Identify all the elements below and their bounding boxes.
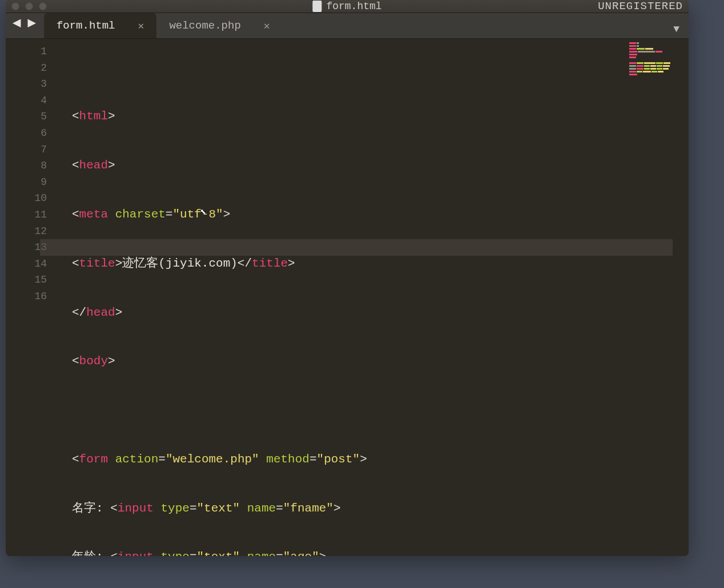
editor-area[interactable]: 1 2 3 4 5 6 7 8 9 10 11 12 13 14 15 16 <… (6, 39, 689, 556)
code-line: <body> (72, 353, 689, 370)
unregistered-label: UNREGISTERED (598, 0, 683, 13)
tab-label: form.html (57, 19, 115, 32)
code-line: <form action="welcome.php" method="post"… (72, 452, 689, 468)
tab-overflow-icon[interactable]: ▼ (673, 23, 679, 35)
code-line: <meta charset="utf-8"> (72, 207, 689, 223)
tab-bar: ◀ ▶ form.html ✕ welcome.php ✕ ▼ (6, 13, 689, 39)
tab-form-html[interactable]: form.html ✕ (44, 13, 156, 38)
line-number: 3 (6, 76, 47, 92)
code-line: </head> (72, 305, 689, 321)
line-number: 9 (6, 174, 47, 191)
line-number: 16 (6, 288, 47, 305)
nav-forward-icon[interactable]: ▶ (25, 14, 38, 33)
line-number: 1 (6, 43, 47, 60)
window-title-text: form.html (326, 1, 381, 12)
editor-window: form.html UNREGISTERED ◀ ▶ form.html ✕ w… (6, 0, 689, 556)
nav-back-icon[interactable]: ◀ (10, 14, 23, 33)
line-number: 6 (6, 125, 47, 142)
line-number: 8 (6, 158, 47, 174)
document-icon (312, 1, 321, 12)
code-line: 名字: <input type="text" name="fname"> (72, 501, 689, 517)
mouse-cursor-icon: ⬉ (200, 204, 206, 221)
line-number: 14 (6, 256, 47, 272)
zoom-window-button[interactable] (39, 2, 47, 10)
nav-arrows: ◀ ▶ (10, 14, 38, 33)
close-window-button[interactable] (11, 2, 19, 10)
line-number: 10 (6, 190, 47, 207)
window-title: form.html (312, 1, 381, 12)
title-bar: form.html UNREGISTERED (6, 0, 689, 13)
tab-label: welcome.php (169, 19, 240, 32)
tab-welcome-php[interactable]: welcome.php ✕ (156, 13, 282, 38)
code-line (72, 402, 689, 419)
line-number: 4 (6, 92, 47, 109)
code-line: 年龄: <input type="text" name="age"> (72, 549, 689, 556)
line-number: 15 (6, 272, 47, 288)
line-number: 2 (6, 60, 47, 76)
traffic-lights (11, 2, 47, 10)
line-number: 11 (6, 207, 47, 223)
minimize-window-button[interactable] (25, 2, 33, 10)
code-line: <html> (72, 108, 689, 125)
line-number-gutter: 1 2 3 4 5 6 7 8 9 10 11 12 13 14 15 16 (6, 39, 56, 556)
code-content[interactable]: <html> <head> <meta charset="utf-8"> <ti… (56, 39, 689, 556)
code-line: <title>迹忆客(jiyik.com)</title> (72, 256, 689, 272)
line-number: 12 (6, 223, 47, 240)
code-line: <head> (72, 158, 689, 174)
close-icon[interactable]: ✕ (264, 19, 270, 32)
close-icon[interactable]: ✕ (138, 19, 144, 32)
current-line-highlight (40, 239, 673, 256)
line-number: 5 (6, 108, 47, 125)
line-number: 7 (6, 142, 47, 158)
